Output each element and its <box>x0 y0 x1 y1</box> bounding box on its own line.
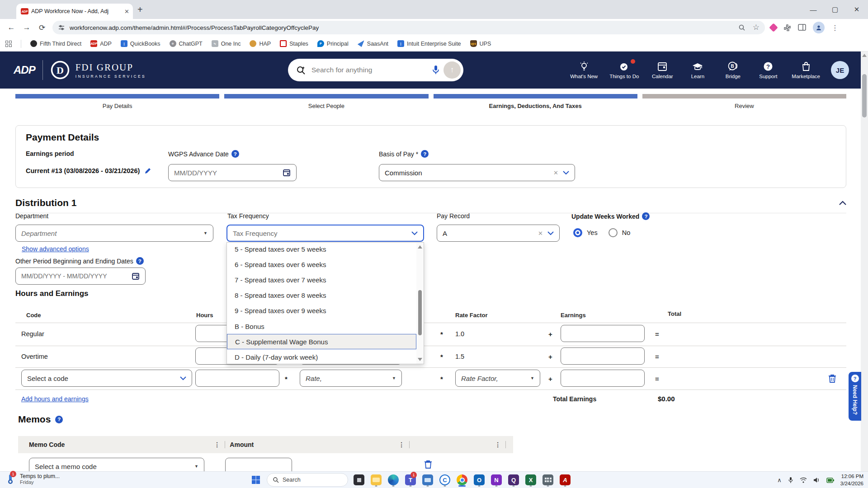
calendar-picker-icon[interactable] <box>132 272 140 280</box>
bookmark-principal[interactable]: PPrincipal <box>317 40 349 47</box>
department-select[interactable]: ▼ <box>15 225 213 242</box>
reload-icon[interactable]: ⟳ <box>34 23 50 33</box>
user-avatar[interactable]: JE <box>831 61 849 79</box>
column-menu-kebab-icon[interactable]: ⋮ <box>398 441 405 448</box>
edit-pencil-icon[interactable] <box>144 167 151 174</box>
window-close-icon[interactable]: ✕ <box>852 5 862 14</box>
microphone-icon[interactable] <box>432 65 440 75</box>
zoom-icon[interactable] <box>738 24 745 31</box>
scroll-up-icon[interactable] <box>418 245 422 249</box>
page-scrollbar[interactable] <box>861 52 868 471</box>
tray-wifi-icon[interactable] <box>800 477 807 483</box>
nav-bridge[interactable]: B Bridge <box>721 61 745 79</box>
nav-support[interactable]: ? Support <box>756 61 780 79</box>
forward-icon[interactable]: → <box>19 23 34 32</box>
address-bar[interactable]: workforcenow.adp.com/theme/admin.html#/P… <box>52 21 765 34</box>
extensions-puzzle-icon[interactable] <box>783 24 791 32</box>
new-earnings-input[interactable] <box>561 370 645 387</box>
update-weeks-help-icon[interactable]: ? <box>642 212 650 220</box>
site-settings-icon[interactable] <box>58 24 65 31</box>
dropdown-option-highlighted[interactable]: C - Supplemental Wage Bonus <box>227 334 416 349</box>
delete-row-trash-icon[interactable] <box>828 374 836 383</box>
new-earnings-field[interactable] <box>566 375 639 382</box>
bookmark-quickbooks[interactable]: |QuickBooks <box>121 40 160 47</box>
column-resize-handle[interactable] <box>225 441 225 448</box>
tray-chevron-up-icon[interactable]: ∧ <box>777 477 782 483</box>
radio-yes[interactable] <box>573 228 582 237</box>
tray-microphone-icon[interactable] <box>788 477 793 483</box>
wgps-date-field[interactable] <box>174 169 283 177</box>
overtime-earnings-input[interactable] <box>561 347 645 365</box>
dropdown-option[interactable]: B - Bonus <box>227 319 416 334</box>
show-advanced-options-link[interactable]: Show advanced options <box>22 245 89 253</box>
taskbar-app-q[interactable]: Q <box>507 473 520 487</box>
taskbar-search[interactable]: Search <box>267 473 348 487</box>
taskbar-edge[interactable] <box>387 473 400 487</box>
delete-memo-trash-icon[interactable] <box>424 460 432 469</box>
step-pay-details[interactable]: Pay Details <box>15 94 219 109</box>
nav-learn[interactable]: Learn <box>686 61 709 79</box>
clear-x-icon[interactable]: ✕ <box>553 169 558 176</box>
memo-amount-field[interactable] <box>231 463 286 470</box>
wgps-help-icon[interactable]: ? <box>231 150 239 158</box>
memos-help-icon[interactable]: ? <box>55 416 63 423</box>
tax-frequency-field[interactable] <box>233 230 411 237</box>
dropdown-scrollbar[interactable] <box>416 243 424 364</box>
basis-help-icon[interactable]: ? <box>421 150 429 158</box>
department-field[interactable] <box>21 230 203 237</box>
browser-menu-kebab-icon[interactable]: ⋮ <box>831 23 839 32</box>
tax-frequency-combobox[interactable] <box>226 225 424 242</box>
radio-no[interactable] <box>609 228 618 237</box>
tab-close-icon[interactable]: ✕ <box>124 8 129 15</box>
calendar-picker-icon[interactable] <box>283 169 291 177</box>
new-tab-button[interactable]: + <box>137 5 143 14</box>
taskbar-acrobat[interactable]: A <box>559 473 571 487</box>
new-hours-input[interactable] <box>195 370 279 387</box>
taskbar-teams[interactable]: T1 <box>404 473 417 487</box>
taskbar-clock[interactable]: 12:06 PM 3/24/2026 <box>840 473 863 487</box>
scroll-down-icon[interactable] <box>418 358 422 361</box>
search-submit-button[interactable]: ↑ <box>443 61 461 79</box>
column-resize-handle[interactable] <box>409 441 410 448</box>
dropdown-option[interactable]: 6 - Spread taxes over 6 weeks <box>227 257 416 272</box>
taskbar-chrome-active[interactable] <box>456 473 468 487</box>
new-rate-factor-select[interactable]: Rate Factor, ▼ <box>455 370 540 387</box>
add-hours-earnings-link[interactable]: Add hours and earnings <box>21 395 89 403</box>
tray-battery-icon[interactable] <box>826 478 834 483</box>
basis-of-pay-select[interactable]: Commission ✕ <box>379 164 575 181</box>
nav-calendar[interactable]: Calendar <box>651 61 674 79</box>
dropdown-option[interactable]: 8 - Spread taxes over 8 weeks <box>227 288 416 303</box>
bookmark-staples[interactable]: Staples <box>280 40 308 47</box>
bookmark-star-icon[interactable]: ☆ <box>753 24 760 31</box>
browser-profile-avatar[interactable] <box>813 22 825 33</box>
wgps-advance-date-input[interactable] <box>168 164 297 181</box>
bookmark-chatgpt[interactable]: ⌾ChatGPT <box>170 40 203 47</box>
taskbar-calculator[interactable] <box>542 473 554 487</box>
pay-record-select[interactable]: A ✕ <box>437 225 560 242</box>
need-help-tab[interactable]: ? Need Help? <box>849 372 861 421</box>
step-earnings-deductions-taxes[interactable]: Earnings, Deductions, And Taxes <box>434 94 637 109</box>
nav-whats-new[interactable]: What's New <box>570 61 598 79</box>
dropdown-option[interactable]: 7 - Spread taxes over 7 weeks <box>227 272 416 287</box>
dropdown-option[interactable]: 9 - Spread taxes over 9 weeks <box>227 303 416 319</box>
collapse-chevron-up-icon[interactable] <box>839 201 846 205</box>
scroll-up-icon[interactable] <box>862 54 867 57</box>
column-resize-handle[interactable] <box>505 441 506 448</box>
bookmark-intuit[interactable]: |Intuit Enterprise Suite <box>397 40 461 47</box>
scrollbar-thumb[interactable] <box>862 74 867 117</box>
window-minimize-icon[interactable]: — <box>808 6 818 14</box>
other-period-help-icon[interactable]: ? <box>136 257 144 265</box>
taskbar-onenote[interactable]: N <box>490 473 503 487</box>
back-icon[interactable]: ← <box>4 23 19 32</box>
taskbar-weather-widget[interactable]: 1 Temps to plum... Friday <box>5 473 60 485</box>
regular-earnings-input[interactable] <box>561 325 645 342</box>
dropdown-option[interactable]: D - Daily (7-day work week) <box>227 349 416 364</box>
step-select-people[interactable]: Select People <box>224 94 428 109</box>
nav-marketplace[interactable]: Marketplace <box>792 61 820 79</box>
browser-tab[interactable]: ADP ADP Workforce Now - Add, Adj ✕ <box>16 4 133 19</box>
clear-x-icon[interactable]: ✕ <box>538 230 543 237</box>
step-review[interactable]: Review <box>642 94 846 109</box>
select-code-dropdown[interactable]: Select a code <box>21 370 192 387</box>
apps-grid-icon[interactable] <box>5 41 12 47</box>
tray-speaker-icon[interactable] <box>813 477 820 483</box>
